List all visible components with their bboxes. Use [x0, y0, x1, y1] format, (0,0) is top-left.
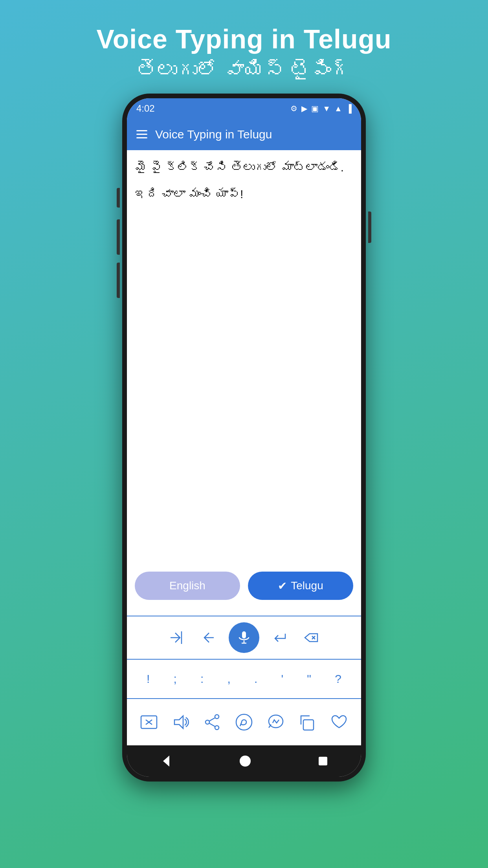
messenger-icon	[266, 713, 285, 732]
text-display: మై పై క్లిక్ చేసి తెలుగులో మాట్లాడండి. ఇ…	[135, 158, 353, 564]
text-line-2: ఇది చాలా మంచి యాప్!	[135, 185, 353, 204]
recents-nav-icon	[317, 755, 329, 767]
share-forward-icon	[167, 628, 186, 647]
svg-point-12	[215, 715, 219, 719]
status-icons: ⚙ ▶ ▣ ▼ ▲ ▐	[290, 104, 352, 113]
period-button[interactable]: .	[254, 672, 257, 686]
settings-status-icon: ⚙	[290, 104, 297, 113]
backspace-icon	[302, 628, 321, 647]
back-nav-icon	[159, 754, 173, 768]
svg-point-17	[236, 714, 252, 730]
action-row	[127, 698, 361, 745]
heart-button[interactable]	[330, 713, 349, 732]
hamburger-icon	[136, 130, 147, 139]
backspace-button[interactable]	[302, 628, 321, 647]
toolbar-row	[127, 616, 361, 659]
volume-button[interactable]	[171, 713, 190, 732]
signal-status-icon: ▲	[334, 104, 342, 113]
question-button[interactable]: ?	[335, 672, 341, 686]
svg-rect-22	[319, 757, 327, 765]
status-time: 4:02	[136, 103, 155, 114]
volume-up-button	[117, 188, 120, 208]
whatsapp-icon	[235, 713, 253, 732]
svg-line-16	[209, 723, 215, 726]
telugu-language-button[interactable]: ✔ Telugu	[248, 572, 353, 600]
bottom-nav	[127, 745, 361, 777]
text-line-1: మై పై క్లిక్ చేసి తెలుగులో మాట్లాడండి.	[135, 158, 353, 177]
phone-screen: 4:02 ⚙ ▶ ▣ ▼ ▲ ▐	[127, 98, 361, 777]
comma-button[interactable]: ,	[227, 672, 231, 686]
recents-nav-button[interactable]	[317, 755, 329, 767]
volume-down-button	[117, 219, 120, 255]
home-nav-icon	[238, 754, 252, 768]
subtitle-telugu: తెలుగులో వాయిస్ టైపింగ్	[96, 58, 391, 82]
exclamation-button[interactable]: !	[147, 672, 150, 686]
share-forward-button[interactable]	[167, 628, 186, 647]
share-action-button[interactable]	[203, 713, 222, 732]
svg-rect-1	[136, 134, 147, 135]
phone-mockup: 4:02 ⚙ ▶ ▣ ▼ ▲ ▐	[122, 94, 366, 801]
share-icon	[203, 713, 222, 732]
wifi-status-icon: ▼	[323, 104, 330, 113]
copy-icon	[298, 713, 317, 732]
enter-icon	[271, 628, 290, 647]
silent-button	[117, 263, 120, 298]
content-area[interactable]: మై పై క్లిక్ చేసి తెలుగులో మాట్లాడండి. ఇ…	[127, 150, 361, 616]
volume-icon	[171, 713, 190, 732]
language-buttons: English ✔ Telugu	[135, 564, 353, 608]
svg-point-14	[205, 720, 209, 724]
phone-body: 4:02 ⚙ ▶ ▣ ▼ ▲ ▐	[122, 94, 366, 782]
svg-line-15	[209, 718, 215, 721]
copy-button[interactable]	[298, 713, 317, 732]
apostrophe-button[interactable]: '	[281, 672, 283, 686]
main-title: Voice Typing in Telugu	[96, 24, 391, 54]
microphone-icon	[237, 631, 251, 645]
svg-rect-3	[242, 631, 246, 638]
app-bar: Voice Typing in Telugu	[127, 119, 361, 150]
sim-status-icon: ▣	[311, 104, 319, 113]
hamburger-menu-button[interactable]	[136, 130, 147, 139]
back-nav-button[interactable]	[159, 754, 173, 768]
svg-marker-20	[163, 756, 169, 767]
svg-point-13	[215, 726, 219, 730]
svg-rect-19	[303, 720, 314, 730]
app-bar-title: Voice Typing in Telugu	[155, 128, 272, 141]
enter-button[interactable]	[271, 628, 290, 647]
semicolon-button[interactable]: ;	[174, 672, 177, 686]
delete-action-button[interactable]	[139, 713, 158, 732]
home-nav-button[interactable]	[238, 754, 252, 768]
microphone-button[interactable]	[229, 622, 259, 653]
status-bar: 4:02 ⚙ ▶ ▣ ▼ ▲ ▐	[127, 98, 361, 119]
telugu-check-icon: ✔	[278, 579, 287, 592]
svg-rect-2	[136, 137, 147, 138]
colon-button[interactable]: :	[200, 672, 204, 686]
svg-point-21	[240, 756, 251, 767]
quote-button[interactable]: "	[307, 672, 311, 686]
whatsapp-button[interactable]	[235, 713, 253, 732]
svg-rect-0	[136, 130, 147, 131]
reply-button[interactable]	[198, 628, 217, 647]
telugu-label: Telugu	[291, 579, 323, 592]
english-language-button[interactable]: English	[135, 572, 240, 600]
symbols-row: ! ; : , . ' " ?	[127, 659, 361, 698]
messenger-button[interactable]	[266, 713, 285, 732]
svg-marker-11	[174, 716, 183, 728]
heart-icon	[330, 713, 349, 732]
play-status-icon: ▶	[301, 104, 307, 113]
delete-box-icon	[139, 713, 158, 732]
top-title-section: Voice Typing in Telugu తెలుగులో వాయిస్ ట…	[81, 0, 407, 94]
reply-icon	[198, 628, 217, 647]
battery-status-icon: ▐	[346, 104, 352, 113]
power-button	[368, 211, 371, 243]
